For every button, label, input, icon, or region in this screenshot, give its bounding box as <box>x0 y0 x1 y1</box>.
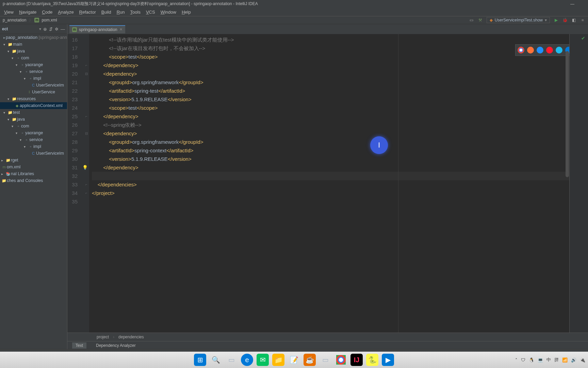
tray-wifi-icon[interactable]: 📶 <box>562 357 568 363</box>
menu-vcs[interactable]: VCS <box>143 9 158 15</box>
editor-breadcrumbs[interactable]: project › dependencies <box>67 333 588 341</box>
maven-icon: m <box>34 18 39 22</box>
breadcrumb-module[interactable]: p_annotation <box>1 18 28 22</box>
start-icon[interactable]: ⊞ <box>194 354 206 366</box>
minimize-icon[interactable]: — <box>570 2 574 6</box>
app-icon[interactable]: ▭ <box>319 354 331 366</box>
locate-icon[interactable]: ⊕ <box>43 27 47 32</box>
code-editor[interactable]: 1617181920212223242526272829303132333435… <box>67 34 588 333</box>
tray-ime-mode[interactable]: 拼 <box>554 357 559 363</box>
tree-item-appcontext[interactable]: ◆applicationContext.xml <box>0 102 67 109</box>
debug-icon[interactable]: 🐞 <box>562 17 568 23</box>
chrome-taskbar-icon[interactable] <box>335 354 347 366</box>
safari-icon[interactable] <box>537 47 543 53</box>
menu-run[interactable]: Run <box>114 9 128 15</box>
update-icon[interactable]: ▭ <box>469 17 474 23</box>
search-icon[interactable]: 🔍 <box>210 354 222 366</box>
menu-window[interactable]: Window <box>158 9 179 15</box>
project-tree[interactable]: ▸paop_annotation [springaop-ann ▾📁main ▾… <box>0 34 67 349</box>
nav-bar: p_annotation 〉 m pom.xml ▭ ⚒ ◆ UserServi… <box>0 16 588 24</box>
editor: m springaop-annotation ✕ 161718192021222… <box>67 24 588 349</box>
media-icon[interactable]: ▶ <box>382 354 394 366</box>
coverage-icon[interactable]: ◧ <box>571 17 576 23</box>
wechat-icon[interactable]: ✉ <box>257 354 269 366</box>
cursor-highlight: I <box>370 136 388 154</box>
tray-defender-icon[interactable]: 🛡 <box>521 357 525 363</box>
close-icon[interactable]: ✕ <box>119 27 122 32</box>
windows-taskbar: ⊞ 🔍 ▭ e ✉ 📁 📝 ☕ ▭ IJ 🐍 ▶ ˄ 🛡 🐧 💻 中 拼 📶 🔊… <box>0 352 588 368</box>
gutter: 1617181920212223242526272829303132333435 <box>67 34 84 333</box>
collapse-icon[interactable]: ⇵ <box>49 27 53 32</box>
settings-icon[interactable]: ✲ <box>55 27 59 32</box>
run-icon[interactable]: ▶ <box>553 17 559 23</box>
menu-tools[interactable]: Tools <box>128 9 143 15</box>
tray-qq-icon[interactable]: 🐧 <box>529 357 534 363</box>
editor-tab-pom[interactable]: m springaop-annotation ✕ <box>69 25 125 33</box>
breadcrumb-file[interactable]: pom.xml <box>40 18 58 22</box>
tray-pc-icon[interactable]: 💻 <box>538 357 543 363</box>
window-title: p-annotation [D:\duan\java_35\Two\Java35… <box>3 1 258 7</box>
system-tray[interactable]: ˄ 🛡 🐧 💻 中 拼 📶 🔊 🔌 <box>515 357 585 363</box>
chrome-icon[interactable] <box>518 47 524 53</box>
tab-dep-analyzer[interactable]: Dependency Analyzer <box>93 342 139 349</box>
scrollbar[interactable] <box>566 51 569 177</box>
notepad-icon[interactable]: 📝 <box>288 354 300 366</box>
fold-column[interactable]: ⌐⊟⌐⊟⌐⌐ <box>84 34 89 333</box>
minimap[interactable]: ✔ <box>569 34 588 333</box>
pycharm-icon[interactable]: 🐍 <box>366 354 378 366</box>
edge-icon[interactable]: e <box>241 354 253 366</box>
menu-refactor[interactable]: Refactor <box>77 9 99 15</box>
java-icon[interactable]: ☕ <box>304 354 316 366</box>
explorer-icon[interactable]: 📁 <box>272 354 284 366</box>
menu-help[interactable]: Help <box>179 9 194 15</box>
run-config-selector[interactable]: ◆ UserServiceImplTest.show ▾ <box>487 17 550 23</box>
tray-volume-icon[interactable]: 🔊 <box>571 357 576 363</box>
tray-battery-icon[interactable]: 🔌 <box>580 357 585 363</box>
menu-code[interactable]: Code <box>39 9 55 15</box>
tray-ime-lang[interactable]: 中 <box>546 357 551 363</box>
title-bar: p-annotation [D:\duan\java_35\Two\Java35… <box>0 0 588 8</box>
menu-analyze[interactable]: Analyze <box>55 9 76 15</box>
build-icon[interactable]: ⚒ <box>478 17 483 23</box>
menu-build[interactable]: Build <box>99 9 114 15</box>
inspection-ok-icon[interactable]: ✔ <box>581 35 585 41</box>
taskview-icon[interactable]: ▭ <box>225 354 238 366</box>
hide-icon[interactable]: — <box>61 27 65 32</box>
opera-icon[interactable] <box>546 47 553 53</box>
tab-text[interactable]: Text <box>72 342 86 349</box>
ie-icon[interactable] <box>556 47 562 53</box>
project-tool-window: ect ▾ ⊕ ⇵ ✲ — ▸paop_annotation [springao… <box>0 24 67 349</box>
intention-bulb-icon[interactable]: 💡 <box>82 163 88 172</box>
menu-bar: ViewNavigateCodeAnalyzeRefactorBuildRunT… <box>0 8 588 16</box>
firefox-icon[interactable] <box>527 47 534 53</box>
project-header-label[interactable]: ect <box>2 27 39 31</box>
tray-chevron-icon[interactable]: ˄ <box>515 357 518 363</box>
maven-icon: m <box>72 27 77 32</box>
editor-sub-tabs: Text Dependency Analyzer <box>67 341 588 349</box>
intellij-icon[interactable]: IJ <box>350 354 363 366</box>
right-margin <box>398 34 398 333</box>
menu-navigate[interactable]: Navigate <box>16 9 39 15</box>
menu-view[interactable]: View <box>1 9 16 15</box>
stop-icon[interactable]: ■ <box>580 17 585 23</box>
